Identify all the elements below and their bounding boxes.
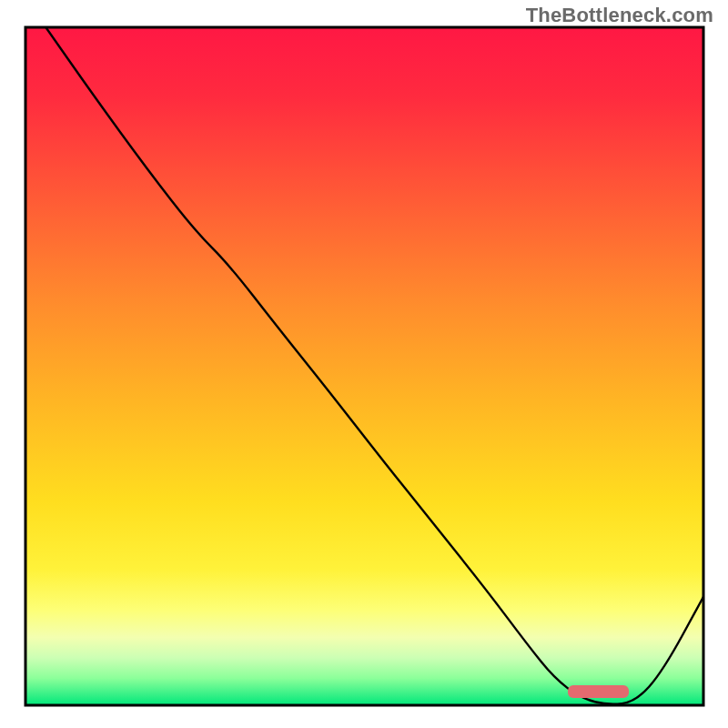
chart-canvas: TheBottleneck.com <box>0 0 728 728</box>
bottleneck-chart <box>0 0 728 728</box>
plot-background <box>25 27 703 705</box>
optimal-marker <box>568 685 629 698</box>
